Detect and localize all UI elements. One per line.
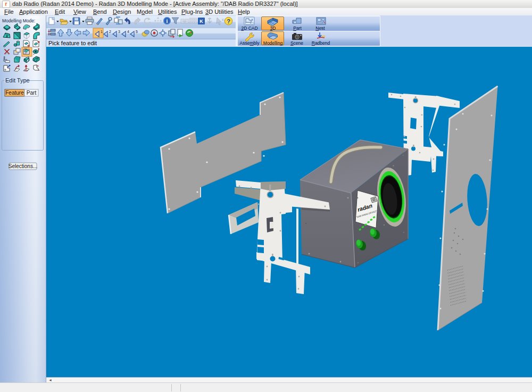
- svg-text:Edit Type: Edit Type: [5, 77, 30, 84]
- svg-text:i: i: [167, 18, 168, 24]
- svg-text:K: K: [222, 18, 225, 22]
- svg-text:Part: Part: [27, 90, 37, 96]
- svg-text:3: 3: [118, 30, 120, 34]
- svg-text:K: K: [200, 19, 203, 24]
- svg-text:Feature: Feature: [5, 90, 24, 96]
- svg-text:2: 2: [109, 30, 111, 34]
- svg-text:4: 4: [127, 30, 129, 34]
- svg-text:Selections...: Selections...: [9, 163, 37, 169]
- svg-text:?: ?: [227, 18, 230, 24]
- svg-text:5: 5: [136, 30, 138, 34]
- svg-text:1: 1: [101, 30, 103, 34]
